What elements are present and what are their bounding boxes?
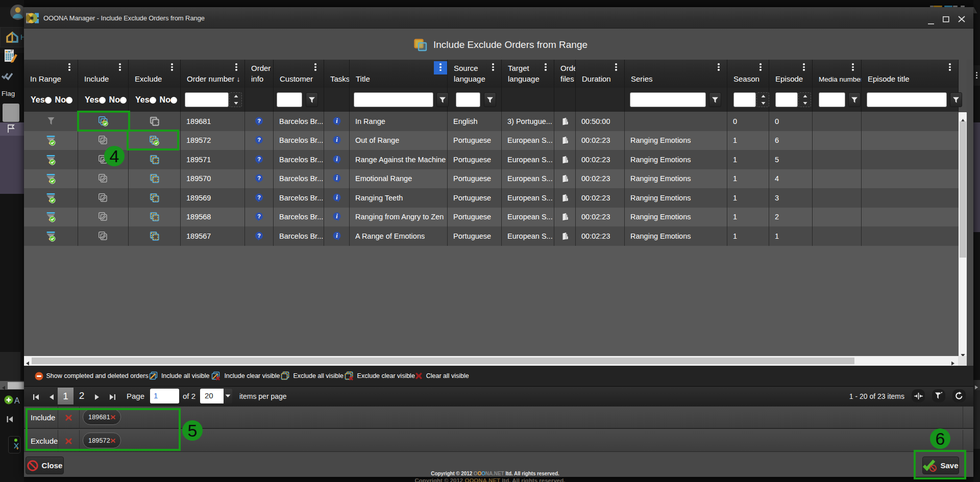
svg-text:?: ? bbox=[257, 175, 261, 181]
svg-text:?: ? bbox=[257, 232, 261, 238]
svg-text:?: ? bbox=[257, 117, 261, 123]
svg-text:?: ? bbox=[257, 156, 261, 162]
svg-text:?: ? bbox=[257, 137, 261, 143]
svg-text:?: ? bbox=[257, 213, 261, 219]
svg-text:?: ? bbox=[257, 194, 261, 200]
